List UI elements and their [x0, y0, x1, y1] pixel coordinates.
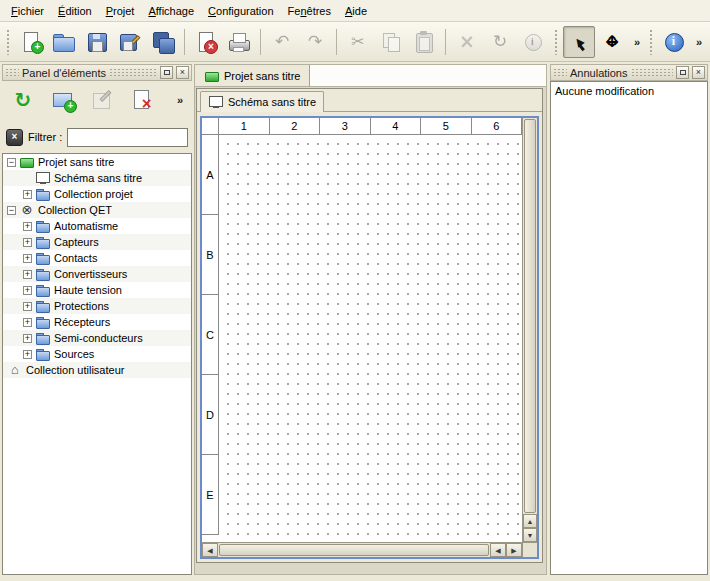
collapse-icon[interactable]: −	[7, 206, 16, 215]
tree-item[interactable]: Collection utilisateur	[3, 362, 191, 378]
expand-icon[interactable]: +	[23, 334, 32, 343]
collapse-icon[interactable]: −	[7, 158, 16, 167]
save-project-button[interactable]	[81, 26, 113, 58]
new-element-button[interactable]	[47, 84, 79, 116]
menu-aide[interactable]: Aide	[338, 2, 374, 20]
undo-list[interactable]: Aucune modification	[550, 81, 708, 575]
save-as-button[interactable]	[114, 26, 146, 58]
toolbar-handle[interactable]	[554, 29, 559, 55]
menu-text: dition	[65, 5, 91, 17]
vertical-scrollbar-thumb[interactable]	[524, 119, 536, 513]
about-button[interactable]	[658, 26, 690, 58]
tree-item-label: Protections	[54, 300, 109, 312]
print-button[interactable]	[223, 26, 255, 58]
copy-button[interactable]	[375, 26, 407, 58]
toolbar-overflow-button[interactable]: »	[691, 27, 707, 57]
expand-icon[interactable]: +	[23, 302, 32, 311]
expand-icon[interactable]: +	[23, 270, 32, 279]
schema-tab-label: Schéma sans titre	[228, 96, 316, 108]
expand-icon[interactable]: +	[23, 350, 32, 359]
tree-item[interactable]: +Convertisseurs	[3, 266, 191, 282]
menu-edition[interactable]: Édition	[51, 2, 99, 20]
vertical-scrollbar[interactable]: ▲ ▼	[522, 118, 537, 542]
menu-fichier[interactable]: Fichier	[4, 2, 51, 20]
delete-button[interactable]	[451, 26, 483, 58]
expand-icon[interactable]: +	[23, 286, 32, 295]
undo-panel-titlebar[interactable]: Annulations ×	[550, 64, 708, 81]
menu-fenetres[interactable]: Fenêtres	[281, 2, 338, 20]
close-panel-button[interactable]: ×	[692, 66, 705, 79]
toolbar-handle[interactable]	[649, 29, 654, 55]
save-all-button[interactable]	[147, 26, 179, 58]
menu-affichage[interactable]: Affichage	[141, 2, 201, 20]
clear-filter-button[interactable]: ×	[6, 129, 23, 146]
delete-element-button[interactable]	[127, 84, 159, 116]
select-mode-button[interactable]	[563, 26, 595, 58]
menu-configuration[interactable]: Configuration	[201, 2, 280, 20]
elements-panel-titlebar[interactable]: Panel d'éléments ×	[2, 64, 192, 81]
close-project-button[interactable]	[190, 26, 222, 58]
expand-icon[interactable]: +	[23, 238, 32, 247]
tools-overflow-button[interactable]: »	[629, 27, 645, 57]
tree-item[interactable]: Schéma sans titre	[3, 170, 191, 186]
expand-icon[interactable]: +	[23, 190, 32, 199]
float-panel-button[interactable]	[676, 66, 689, 79]
expand-icon[interactable]: +	[23, 318, 32, 327]
tree-item[interactable]: −Collection QET	[3, 202, 191, 218]
expand-icon[interactable]: +	[23, 254, 32, 263]
elements-panel-title: Panel d'éléments	[22, 67, 106, 79]
dock-drag-handle[interactable]	[5, 68, 19, 77]
diagram-canvas[interactable]	[219, 135, 522, 542]
close-icon: ×	[696, 68, 701, 77]
diagram-properties-button[interactable]	[517, 26, 549, 58]
tree-item[interactable]: +Récepteurs	[3, 314, 191, 330]
cut-button[interactable]	[342, 26, 374, 58]
scroll-down-button[interactable]: ▼	[523, 528, 537, 542]
tree-item[interactable]: +Haute tension	[3, 282, 191, 298]
dock-drag-handle[interactable]	[631, 68, 674, 77]
elements-toolbar-overflow-button[interactable]: »	[173, 85, 187, 115]
tree-item[interactable]: +Capteurs	[3, 234, 191, 250]
diagram-view[interactable]: 123456 ABCDE ▲ ▼ ◀ ◀ ▶	[200, 116, 539, 559]
scroll-up-button[interactable]: ▲	[523, 514, 537, 528]
horizontal-scrollbar[interactable]: ◀ ◀ ▶	[202, 542, 522, 557]
project-tab[interactable]: Projet sans titre	[195, 65, 310, 86]
tree-item[interactable]: +Semi-conducteurs	[3, 330, 191, 346]
edit-element-button[interactable]	[87, 84, 119, 116]
tree-item[interactable]: +Sources	[3, 346, 191, 362]
project-window: Schéma sans titre 123456 ABCDE ▲	[196, 88, 543, 563]
tree-item[interactable]: +Protections	[3, 298, 191, 314]
pan-mode-button[interactable]	[596, 26, 628, 58]
scroll-left-button[interactable]: ◀	[202, 543, 218, 557]
dock-drag-handle[interactable]	[109, 68, 157, 77]
redo-button[interactable]	[299, 26, 331, 58]
reload-collections-button[interactable]	[7, 84, 39, 116]
tree-item[interactable]: +Contacts	[3, 250, 191, 266]
menu-projet[interactable]: Projet	[99, 2, 142, 20]
close-icon	[194, 30, 218, 54]
tree-item-label: Semi-conducteurs	[54, 332, 143, 344]
horizontal-scrollbar-thumb[interactable]	[219, 544, 489, 556]
tree-item[interactable]: +Automatisme	[3, 218, 191, 234]
float-panel-button[interactable]	[160, 66, 173, 79]
toolbar-handle[interactable]	[6, 29, 11, 55]
expand-icon[interactable]: +	[23, 222, 32, 231]
open-project-button[interactable]	[48, 26, 80, 58]
schema-tab[interactable]: Schéma sans titre	[200, 91, 324, 112]
scroll-left-button-end[interactable]: ◀	[490, 543, 506, 557]
float-icon	[164, 70, 170, 75]
dock-drag-handle[interactable]	[553, 68, 567, 77]
tree-item[interactable]: −Projet sans titre	[3, 154, 191, 170]
scroll-right-button[interactable]: ▶	[506, 543, 522, 557]
close-panel-button[interactable]: ×	[176, 66, 189, 79]
menu-text: Fe	[288, 5, 301, 17]
undo-button[interactable]	[266, 26, 298, 58]
rotate-button[interactable]	[484, 26, 516, 58]
filter-input[interactable]	[67, 128, 188, 147]
diagram-viewport[interactable]: 123456 ABCDE	[202, 118, 522, 542]
menu-mnemonic: A	[148, 5, 155, 17]
paste-button[interactable]	[408, 26, 440, 58]
folder-icon	[35, 250, 51, 266]
new-document-button[interactable]	[15, 26, 47, 58]
tree-item[interactable]: +Collection projet	[3, 186, 191, 202]
